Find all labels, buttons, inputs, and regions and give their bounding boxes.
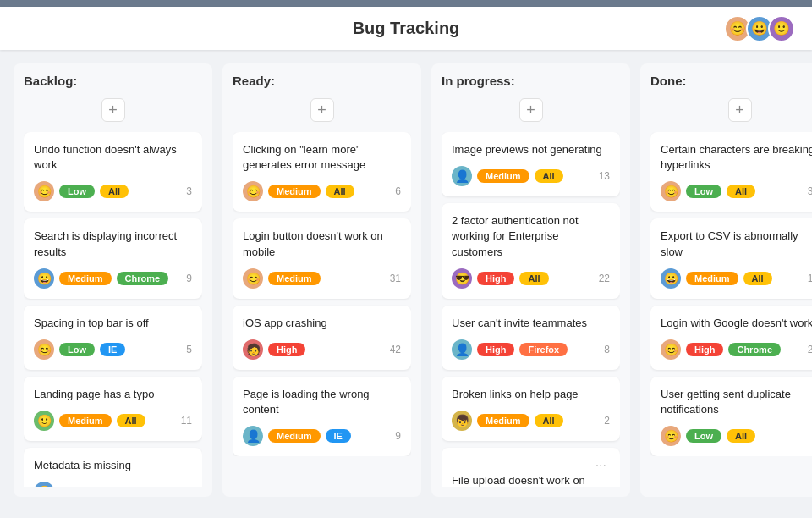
card-count: 11 — [181, 415, 192, 427]
card[interactable]: Broken links on help page👦MediumAll2 — [442, 377, 620, 441]
card[interactable]: Spacing in top bar is off😊LowIE5 — [24, 306, 202, 370]
card[interactable]: Landing page has a typo🙂MediumAll11 — [24, 377, 202, 441]
card[interactable]: Certain characters are breaking hyperlin… — [650, 132, 812, 212]
card-count: 9 — [186, 273, 192, 284]
card[interactable]: Login button doesn't work on mobile😊Medi… — [233, 218, 411, 298]
column-backlog: Backlog:+Undo function doesn't always wo… — [14, 63, 212, 497]
badge: Medium — [477, 169, 529, 183]
card-footer: 😀MediumChrome9 — [34, 268, 192, 289]
card-count: 31 — [390, 273, 401, 284]
badge: Chrome — [728, 343, 781, 356]
card[interactable]: Login with Google doesn't work😊HighChrom… — [650, 306, 812, 370]
card[interactable]: 2 factor authentication not working for … — [442, 203, 620, 299]
card[interactable]: Search is displaying incorrect results😀M… — [24, 218, 202, 298]
add-card-button[interactable]: + — [519, 98, 543, 122]
badge: All — [727, 185, 755, 198]
card-avatar: 😊 — [661, 426, 681, 446]
card[interactable]: Clicking on "learn more" generates error… — [233, 132, 411, 212]
column-in-progress: In progress:+Image previews not generati… — [431, 63, 630, 497]
card-title: Image previews not generating — [452, 142, 610, 157]
badge: High — [686, 343, 723, 356]
badge: All — [326, 185, 354, 198]
card-footer: 😀MediumAll14 — [661, 268, 812, 289]
column-header: Ready: — [233, 74, 411, 88]
card-footer: 😊LowAll3 — [661, 426, 812, 446]
badge: Medium — [59, 272, 112, 285]
card-avatar: 🙂 — [34, 411, 54, 431]
card-avatar: 😊 — [243, 181, 263, 201]
column-title: Done: — [650, 74, 687, 88]
badge: All — [519, 272, 548, 285]
card-footer: 👤MediumIE9 — [243, 426, 401, 446]
card-title: Landing page has a typo — [34, 387, 192, 402]
card-title: Page is loading the wrong content — [243, 387, 401, 417]
card-count: 27 — [808, 344, 812, 355]
cards-list: Undo function doesn't always work😊LowAll… — [24, 132, 202, 487]
column-title: In progress: — [442, 74, 515, 88]
card[interactable]: User can't invite teammates👤HighFirefox8 — [442, 306, 620, 370]
card[interactable]: iOS app crashing🧑High42 — [233, 306, 411, 370]
badge: Chrome — [117, 272, 169, 285]
badge: Medium — [59, 414, 112, 427]
card-footer: 😊Medium31 — [243, 268, 401, 289]
card[interactable]: Metadata is missing😀 — [24, 448, 202, 487]
card[interactable]: Export to CSV is abnormally slow😀MediumA… — [650, 218, 812, 298]
badge: IE — [100, 343, 125, 356]
card-footer: 🙂MediumAll11 — [34, 411, 192, 431]
avatar-group: 😊😀🙂 — [724, 15, 795, 42]
card-avatar: 🧑 — [243, 339, 263, 360]
card-footer: 😊LowAll3 — [34, 181, 192, 201]
badge: All — [727, 429, 755, 443]
card[interactable]: ···File upload doesn't work on Chrome😀 — [442, 448, 620, 487]
card-footer: 👦MediumAll2 — [452, 411, 610, 431]
card-title: Certain characters are breaking hyperlin… — [661, 142, 812, 173]
badge: Medium — [268, 185, 321, 198]
add-card-button[interactable]: + — [728, 98, 752, 122]
card-title: Login button doesn't work on mobile — [243, 229, 401, 259]
card-avatar: 😊 — [34, 181, 54, 201]
card-title: Clicking on "learn more" generates error… — [243, 142, 401, 173]
card-count: 9 — [395, 430, 401, 442]
card-count: 8 — [604, 344, 610, 355]
add-card-button[interactable]: + — [102, 98, 125, 122]
card-count: 3 — [186, 185, 192, 197]
badge: Medium — [268, 429, 321, 443]
column-header: Done: — [650, 74, 812, 88]
card[interactable]: User getting sent duplicate notification… — [650, 377, 812, 456]
card-count: 14 — [808, 273, 812, 284]
card-avatar: 👤 — [243, 426, 263, 446]
card-footer: 👤MediumAll13 — [452, 166, 610, 186]
header: Bug Tracking 😊😀🙂 — [0, 7, 812, 50]
card-avatar: 😊 — [661, 181, 681, 201]
column-title: Backlog: — [24, 74, 77, 88]
badge: Low — [686, 185, 721, 198]
card[interactable]: Undo function doesn't always work😊LowAll… — [24, 132, 202, 212]
badge: All — [535, 169, 563, 183]
card[interactable]: Page is loading the wrong content👤Medium… — [233, 377, 411, 456]
board: Backlog:+Undo function doesn't always wo… — [0, 50, 812, 510]
card-title: Undo function doesn't always work — [34, 142, 192, 173]
card-count: 5 — [186, 344, 192, 355]
badge: High — [477, 343, 514, 356]
badge: Low — [686, 429, 721, 443]
card-title: Metadata is missing — [34, 458, 192, 473]
card-footer: 😀 — [34, 482, 192, 487]
badge: Medium — [686, 272, 738, 285]
card-footer: 😊LowIE5 — [34, 339, 192, 360]
badge: High — [268, 343, 305, 356]
card-avatar: 😀 — [34, 268, 54, 289]
card-avatar: 👦 — [452, 411, 472, 431]
top-bar — [0, 0, 812, 7]
card-count: 2 — [604, 415, 610, 427]
avatar: 🙂 — [768, 15, 795, 42]
card-footer: 👤HighFirefox8 — [452, 339, 610, 360]
card-title: Search is displaying incorrect results — [34, 229, 192, 259]
badge: Low — [59, 343, 95, 356]
column-title: Ready: — [233, 74, 275, 88]
card[interactable]: Image previews not generating👤MediumAll1… — [442, 132, 620, 196]
more-options: ··· — [452, 458, 610, 473]
column-header: Backlog: — [24, 74, 202, 88]
cards-list: Clicking on "learn more" generates error… — [233, 132, 411, 456]
card-avatar: 😀 — [661, 268, 681, 289]
add-card-button[interactable]: + — [310, 98, 334, 122]
